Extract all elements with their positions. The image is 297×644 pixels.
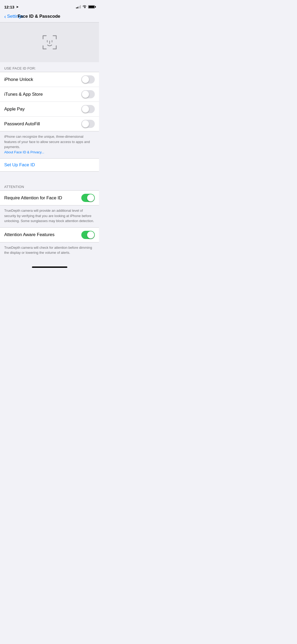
password-autofill-label: Password AutoFill bbox=[4, 121, 40, 127]
attention-aware-label: Attention Aware Features bbox=[4, 232, 55, 237]
face-id-toggle-list: iPhone Unlock iTunes & App Store Apple P… bbox=[0, 72, 99, 131]
require-attention-description-text: TrueDepth camera will provide an additio… bbox=[4, 209, 94, 223]
face-id-icon bbox=[40, 33, 59, 52]
bottom-spacer bbox=[0, 259, 99, 264]
about-face-id-link[interactable]: About Face ID & Privacy... bbox=[4, 150, 44, 154]
apple-pay-row[interactable]: Apple Pay bbox=[0, 102, 99, 117]
require-attention-toggle-thumb bbox=[87, 194, 94, 201]
attention-aware-toggle[interactable] bbox=[81, 231, 95, 239]
attention-aware-description: TrueDepth camera will check for attentio… bbox=[0, 242, 99, 259]
require-attention-group: Require Attention for Face ID bbox=[0, 190, 99, 205]
require-attention-row[interactable]: Require Attention for Face ID bbox=[0, 191, 99, 205]
signal-bar-2 bbox=[77, 7, 78, 8]
face-id-section-header: USE FACE ID FOR: bbox=[0, 62, 99, 72]
face-id-icon-area bbox=[0, 22, 99, 62]
iphone-unlock-row[interactable]: iPhone Unlock bbox=[0, 72, 99, 87]
itunes-appstore-label: iTunes & App Store bbox=[4, 92, 43, 97]
time-display: 12:13 bbox=[4, 5, 14, 9]
attention-aware-toggle-thumb bbox=[87, 231, 94, 238]
require-attention-label: Require Attention for Face ID bbox=[4, 195, 62, 201]
signal-bar-4 bbox=[80, 5, 81, 8]
iphone-unlock-label: iPhone Unlock bbox=[4, 77, 33, 82]
password-autofill-toggle-thumb bbox=[82, 120, 89, 127]
require-attention-description: TrueDepth camera will provide an additio… bbox=[0, 205, 99, 227]
signal-bar-3 bbox=[79, 6, 79, 8]
section-gap-1 bbox=[0, 172, 99, 181]
setup-face-id-row[interactable]: Set Up Face ID bbox=[0, 158, 99, 172]
home-indicator-area bbox=[0, 264, 99, 269]
face-id-description-text: iPhone can recognize the unique, three-d… bbox=[4, 135, 90, 149]
attention-aware-description-text: TrueDepth camera will check for attentio… bbox=[4, 246, 92, 255]
attention-aware-row[interactable]: Attention Aware Features bbox=[0, 228, 99, 242]
apple-pay-toggle-thumb bbox=[82, 105, 89, 113]
setup-face-id-label: Set Up Face ID bbox=[4, 162, 35, 167]
itunes-appstore-row[interactable]: iTunes & App Store bbox=[0, 87, 99, 102]
nav-header: ‹ Settings Face ID & Passcode bbox=[0, 12, 99, 22]
signal-icon bbox=[76, 5, 81, 8]
password-autofill-row[interactable]: Password AutoFill bbox=[0, 117, 99, 131]
apple-pay-toggle[interactable] bbox=[81, 105, 95, 113]
itunes-appstore-toggle[interactable] bbox=[81, 90, 95, 98]
battery-fill bbox=[89, 6, 94, 8]
password-autofill-toggle[interactable] bbox=[81, 120, 95, 128]
iphone-unlock-toggle[interactable] bbox=[81, 75, 95, 84]
page-title: Face ID & Passcode bbox=[4, 14, 74, 19]
signal-bar-1 bbox=[76, 7, 77, 8]
status-icons bbox=[76, 5, 95, 9]
attention-aware-group: Attention Aware Features bbox=[0, 227, 99, 242]
location-arrow-icon: ➤ bbox=[16, 5, 18, 9]
status-bar: 12:13 ➤ bbox=[0, 0, 99, 12]
wifi-icon bbox=[82, 5, 87, 9]
itunes-appstore-toggle-thumb bbox=[82, 91, 89, 98]
require-attention-toggle[interactable] bbox=[81, 194, 95, 202]
status-time: 12:13 ➤ bbox=[4, 5, 18, 9]
face-id-description: iPhone can recognize the unique, three-d… bbox=[0, 131, 99, 158]
iphone-unlock-toggle-thumb bbox=[82, 76, 89, 83]
home-bar bbox=[32, 266, 67, 268]
apple-pay-label: Apple Pay bbox=[4, 107, 25, 112]
battery-icon bbox=[88, 5, 95, 8]
attention-section-header: ATTENTION bbox=[0, 181, 99, 190]
